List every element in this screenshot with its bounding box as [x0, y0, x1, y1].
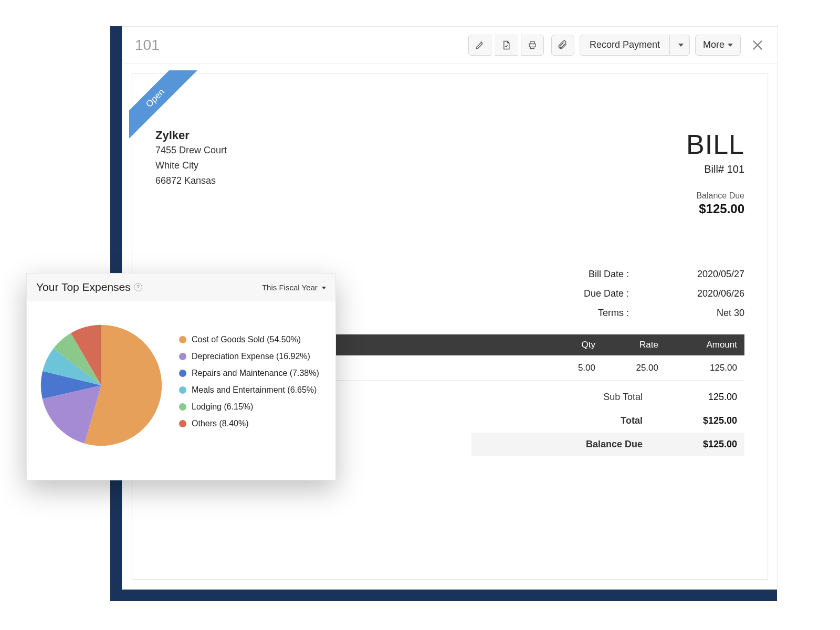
legend-swatch — [179, 370, 186, 377]
paperclip-icon — [558, 40, 568, 50]
legend-swatch — [179, 336, 186, 343]
caret-down-icon — [728, 44, 733, 47]
cell-amount: 125.00 — [658, 363, 737, 373]
balance-due-value: $125.00 — [643, 439, 737, 450]
record-payment-caret[interactable] — [670, 35, 690, 56]
more-button[interactable]: More — [695, 35, 741, 56]
total-row: Total $125.00 — [471, 409, 744, 433]
balance-label: Balance Due — [686, 191, 744, 201]
widget-filter[interactable]: This Fiscal Year — [262, 283, 326, 292]
legend-item[interactable]: Lodging (6.15%) — [179, 402, 319, 412]
meta-val: 2020/06/26 — [660, 288, 744, 299]
legend-item[interactable]: Cost of Goods Sold (54.50%) — [179, 335, 319, 344]
toolbar: 101 Record Payment More — [122, 27, 778, 64]
cell-qty: 5.00 — [538, 363, 595, 373]
pencil-icon — [475, 40, 485, 50]
print-button[interactable] — [521, 35, 544, 56]
record-payment-split: Record Payment — [580, 35, 690, 56]
vendor-block: Zylker 7455 Drew Court White City 66872 … — [155, 129, 227, 216]
legend-item[interactable]: Repairs and Maintenance (7.38%) — [179, 369, 319, 378]
cell-rate: 25.00 — [595, 363, 658, 373]
more-label: More — [703, 39, 724, 50]
record-payment-button[interactable]: Record Payment — [580, 35, 670, 56]
legend-label: Cost of Goods Sold (54.50%) — [192, 335, 301, 344]
balance-value: $125.00 — [686, 202, 744, 216]
caret-down-icon — [322, 287, 326, 289]
bill-title: BILL — [686, 129, 744, 160]
bill-head-right: BILL Bill# 101 Balance Due $125.00 — [686, 129, 744, 216]
legend-swatch — [179, 420, 186, 427]
close-button[interactable] — [750, 38, 765, 52]
vendor-addr2: White City — [155, 159, 227, 173]
pdf-button[interactable] — [495, 35, 518, 56]
col-qty: Qty — [538, 340, 595, 350]
meta-key: Bill Date : — [550, 269, 629, 280]
widget-title: Your Top Expenses ? — [36, 281, 142, 293]
legend-item[interactable]: Meals and Entertainment (6.65%) — [179, 385, 319, 395]
vendor-addr3: 66872 Kansas — [155, 174, 227, 188]
balance-due-label: Balance Due — [506, 439, 643, 450]
balance-due-row: Balance Due $125.00 — [471, 433, 744, 456]
subtotal-row: Sub Total 125.00 — [471, 385, 744, 409]
subtotal-label: Sub Total — [506, 392, 643, 403]
print-icon — [527, 40, 538, 50]
widget-filter-label: This Fiscal Year — [262, 283, 318, 292]
legend-label: Repairs and Maintenance (7.38%) — [192, 369, 319, 378]
vendor-name: Zylker — [155, 129, 227, 142]
total-value: $125.00 — [643, 415, 737, 426]
legend-label: Lodging (6.15%) — [192, 402, 253, 412]
col-rate: Rate — [595, 340, 658, 350]
subtotal-value: 125.00 — [643, 392, 737, 403]
total-label: Total — [506, 415, 643, 426]
legend-label: Others (8.40%) — [192, 419, 248, 428]
col-amount: Amount — [658, 340, 737, 350]
legend-item[interactable]: Depreciation Expense (16.92%) — [179, 352, 319, 361]
vendor-addr1: 7455 Drew Court — [155, 143, 227, 158]
page-title: 101 — [135, 37, 160, 54]
meta-val: 2020/05/27 — [660, 269, 744, 280]
widget-body: Cost of Goods Sold (54.50%)Depreciation … — [27, 301, 335, 480]
legend-swatch — [179, 403, 186, 411]
legend-label: Meals and Entertainment (6.65%) — [192, 385, 317, 395]
close-icon — [750, 38, 765, 52]
action-group — [468, 35, 544, 56]
meta-key: Terms : — [550, 308, 629, 319]
help-icon[interactable]: ? — [134, 283, 142, 291]
widget-title-text: Your Top Expenses — [36, 281, 131, 293]
legend-swatch — [179, 353, 186, 360]
caret-down-icon — [678, 44, 684, 47]
legend-label: Depreciation Expense (16.92%) — [192, 352, 310, 361]
document-header: Zylker 7455 Drew Court White City 66872 … — [155, 129, 744, 216]
legend-item[interactable]: Others (8.40%) — [179, 419, 319, 428]
pdf-icon — [501, 40, 511, 50]
attach-button[interactable] — [551, 35, 574, 56]
meta-val: Net 30 — [660, 308, 744, 319]
chart-legend: Cost of Goods Sold (54.50%)Depreciation … — [179, 335, 319, 436]
legend-swatch — [179, 386, 186, 394]
edit-button[interactable] — [468, 35, 491, 56]
bill-number: Bill# 101 — [686, 163, 744, 175]
top-expenses-widget: Your Top Expenses ? This Fiscal Year Cos… — [26, 273, 336, 480]
widget-header: Your Top Expenses ? This Fiscal Year — [27, 274, 335, 301]
pie-chart — [38, 322, 164, 448]
meta-key: Due Date : — [550, 288, 629, 299]
